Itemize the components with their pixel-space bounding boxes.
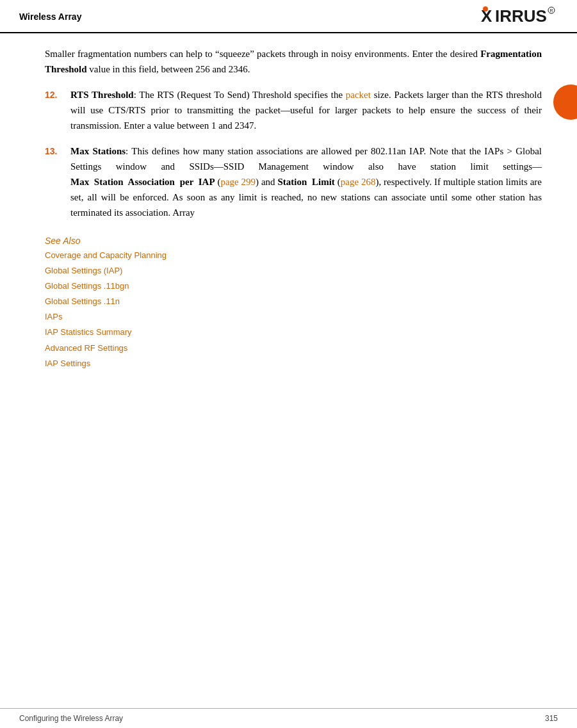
orange-circle-decoration [553, 85, 577, 120]
max-stations-term: Max Stations [70, 146, 126, 156]
svg-text:IRRUS: IRRUS [495, 6, 547, 26]
packet-link[interactable]: packet [346, 90, 371, 100]
station-limit-term: Station Limit [277, 177, 334, 187]
see-also-link-global-11n[interactable]: Global Settings .11n [45, 295, 542, 309]
page-header: Wireless Array X IRRUS R [0, 0, 577, 33]
see-also-link-iap-stats[interactable]: IAP Statistics Summary [45, 325, 542, 339]
intro-paragraph: Smaller fragmentation numbers can help t… [45, 46, 542, 77]
see-also-section: See Also Coverage and Capacity Planning … [45, 236, 542, 371]
see-also-link-global-11bgn[interactable]: Global Settings .11bgn [45, 279, 542, 293]
list-content-13: Max Stations: This defines how many stat… [70, 143, 542, 220]
page-299-link[interactable]: page 299 [220, 177, 256, 187]
list-number-13: 13. [45, 143, 70, 220]
see-also-link-rf-settings[interactable]: Advanced RF Settings [45, 341, 542, 355]
header-title: Wireless Array [19, 12, 81, 22]
fragmentation-threshold-term: Fragmentation Threshold [45, 49, 542, 74]
list-content-12: RTS Threshold: The RTS (Request To Send)… [70, 87, 542, 133]
footer-left-text: Configuring the Wireless Array [19, 714, 123, 723]
page-268-link[interactable]: page 268 [341, 177, 376, 187]
see-also-links: Coverage and Capacity Planning Global Se… [45, 248, 542, 371]
page-footer: Configuring the Wireless Array 315 [0, 708, 577, 728]
see-also-link-iaps[interactable]: IAPs [45, 310, 542, 324]
footer-page-number: 315 [545, 714, 558, 723]
rts-threshold-term: RTS Threshold [70, 90, 134, 100]
logo-container: X IRRUS R [481, 6, 558, 27]
list-number-12: 12. [45, 87, 70, 133]
max-station-association-term: Max Station Association per IAP [70, 177, 215, 187]
see-also-link-iap-settings[interactable]: IAP Settings [45, 357, 542, 371]
list-item-13: 13. Max Stations: This defines how many … [45, 143, 542, 220]
main-content: Smaller fragmentation numbers can help t… [0, 33, 577, 384]
svg-text:R: R [550, 8, 553, 13]
see-also-link-coverage[interactable]: Coverage and Capacity Planning [45, 248, 542, 263]
see-also-title: See Also [45, 236, 542, 246]
svg-point-4 [483, 6, 488, 12]
see-also-link-global-iap[interactable]: Global Settings (IAP) [45, 264, 542, 278]
list-item-12: 12. RTS Threshold: The RTS (Request To S… [45, 87, 542, 133]
xirrus-logo: X IRRUS R [481, 6, 558, 27]
